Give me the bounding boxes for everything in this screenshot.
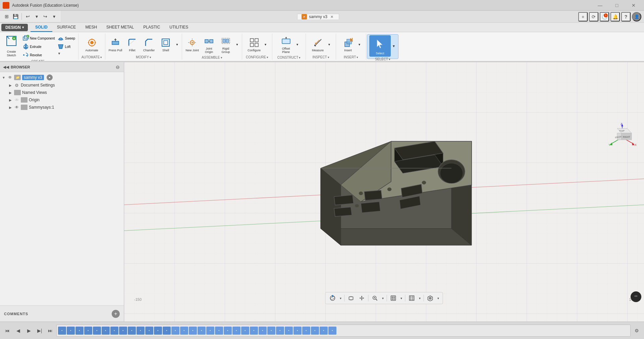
timeline-play-button[interactable]: ▶ xyxy=(24,326,34,335)
sammysays-eye-icon[interactable]: 👁 xyxy=(14,105,19,110)
tab-utilities[interactable]: UTILITIES xyxy=(165,23,193,32)
maximize-button[interactable]: □ xyxy=(609,0,625,11)
timeline-settings-button[interactable]: ⚙ xyxy=(632,326,641,335)
configure-more-button[interactable]: ▼ xyxy=(263,42,268,48)
display-settings-button[interactable] xyxy=(388,293,398,303)
viewport[interactable]: Z X Y TOP FRONT RIGHT xyxy=(124,62,644,322)
tab-solid[interactable]: SOLID xyxy=(31,23,52,32)
timeline-item-7[interactable]: ▪ xyxy=(110,327,118,335)
configure-button[interactable]: Configure xyxy=(246,36,262,53)
root-expand-icon[interactable]: ▼ xyxy=(1,75,6,80)
inspect-more-button[interactable]: ▼ xyxy=(327,42,332,48)
timeline-item-24[interactable]: ▪ xyxy=(259,327,267,335)
origin-expand-icon[interactable]: ▶ xyxy=(8,98,13,102)
timeline-item-8[interactable]: ▪ xyxy=(119,327,127,335)
add-new-button[interactable]: + xyxy=(578,12,588,21)
revolve-button[interactable]: Revolve xyxy=(21,51,56,59)
timeline-item-1[interactable]: ▪ xyxy=(58,327,66,335)
profile-button[interactable]: 👤 xyxy=(632,12,641,21)
timeline-item-15[interactable]: ▪ xyxy=(180,327,188,335)
offset-plane-button[interactable]: Offset Plane xyxy=(278,34,294,55)
timeline-item-9[interactable]: ▪ xyxy=(128,327,136,335)
doc-settings-expand-icon[interactable]: ▶ xyxy=(8,83,13,88)
measure-button[interactable]: Measure xyxy=(310,36,326,53)
browser-minimize-button[interactable]: ⊖ xyxy=(114,64,121,70)
press-pull-button[interactable]: Press Pull xyxy=(107,36,123,53)
joint-origin-button[interactable]: Joint Origin xyxy=(201,34,217,55)
chamfer-button[interactable]: Chamfer xyxy=(141,36,157,53)
timeline-item-13[interactable]: ▪ xyxy=(163,327,171,335)
cloud-sync-button[interactable]: ⟳ xyxy=(589,12,598,21)
create-more-button[interactable]: ▼ xyxy=(56,51,76,56)
timeline-item-6[interactable]: ▪ xyxy=(102,327,110,335)
timeline-item-10[interactable]: ▪ xyxy=(137,327,145,335)
grid-settings-button[interactable] xyxy=(407,293,417,303)
new-component-button[interactable]: + New Component xyxy=(21,34,56,42)
automate-button[interactable]: Automate xyxy=(84,36,100,53)
timeline-item-30[interactable]: ▪ xyxy=(311,327,319,335)
redo-button[interactable]: ↪ xyxy=(41,12,49,20)
sweep-button[interactable]: Sweep xyxy=(56,34,76,42)
zoom-window-button[interactable] xyxy=(370,293,380,303)
extrude-button[interactable]: Extrude xyxy=(21,43,56,51)
zoom-arrow[interactable]: ▾ xyxy=(381,293,385,303)
select-button[interactable]: Select xyxy=(369,35,391,57)
shell-button[interactable]: Shell xyxy=(158,36,174,53)
timeline-item-2[interactable]: ▪ xyxy=(67,327,75,335)
notifications-button[interactable]: 🔔 xyxy=(610,12,620,21)
assemble-more-button[interactable]: ▼ xyxy=(234,42,240,48)
save-button[interactable]: 💾 xyxy=(11,12,19,20)
timeline-item-17[interactable]: ▪ xyxy=(198,327,206,335)
timeline-prev-button[interactable]: ◀ xyxy=(13,326,23,335)
browser-collapse-button[interactable]: ◀◀ xyxy=(3,64,9,70)
timeline-item-25[interactable]: ▪ xyxy=(267,327,275,335)
origin-eye-icon[interactable]: 👁 xyxy=(14,97,19,103)
timeline-item-11[interactable]: ▪ xyxy=(145,327,153,335)
timeline-first-button[interactable]: ⏮ xyxy=(3,326,12,335)
fillet-button[interactable]: Fillet xyxy=(124,36,140,53)
grid-arrow[interactable]: ▾ xyxy=(418,293,422,303)
tab-surface[interactable]: SURFACE xyxy=(52,23,81,32)
timeline-last-button[interactable]: ⏭ xyxy=(46,326,55,335)
browser-root-item[interactable]: ▼ 👁 📁 sammy v3 ● xyxy=(0,73,124,81)
browser-sammysays-item[interactable]: ▶ 👁 Sammysays:1 xyxy=(0,104,124,111)
create-sketch-button[interactable]: + CreateSketch xyxy=(2,34,21,58)
timeline-item-28[interactable]: ▪ xyxy=(293,327,302,335)
insert-more-button[interactable]: ▼ xyxy=(357,42,362,48)
timeline-next-button[interactable]: ▶| xyxy=(35,326,44,335)
select-more-button[interactable]: ▼ xyxy=(391,44,396,49)
nav-cube[interactable]: Z X Y TOP FRONT RIGHT xyxy=(607,122,637,153)
feedback-button[interactable] xyxy=(631,291,641,302)
visual-style-button[interactable] xyxy=(425,293,435,303)
design-button[interactable]: DESIGN ▾ xyxy=(1,24,28,31)
orbit-arrow[interactable]: ▾ xyxy=(338,293,343,303)
timeline-item-21[interactable]: ▪ xyxy=(232,327,240,335)
timeline-item-18[interactable]: ▪ xyxy=(206,327,214,335)
redo-arrow[interactable]: ▾ xyxy=(50,12,58,20)
timeline-item-14[interactable]: ▪ xyxy=(171,327,179,335)
grid-button[interactable]: ⊞ xyxy=(3,12,11,20)
timeline-item-19[interactable]: ▪ xyxy=(215,327,223,335)
timeline-item-16[interactable]: ▪ xyxy=(189,327,197,335)
visual-style-arrow[interactable]: ▾ xyxy=(436,293,441,303)
look-at-button[interactable] xyxy=(346,293,356,303)
timeline-item-26[interactable]: ▪ xyxy=(276,327,284,335)
sammysays-expand-icon[interactable]: ▶ xyxy=(8,105,13,110)
construct-more-button[interactable]: ▼ xyxy=(295,42,300,48)
undo-button[interactable]: ↩ xyxy=(24,12,32,20)
timeline-item-3[interactable]: ▪ xyxy=(75,327,84,335)
browser-doc-settings-item[interactable]: ▶ ⚙ Document Settings xyxy=(0,81,124,89)
undo-arrow[interactable]: ▾ xyxy=(33,12,41,20)
modify-more-button[interactable]: ▼ xyxy=(174,42,180,48)
timeline-item-12[interactable]: ▪ xyxy=(154,327,162,335)
doc-tab-close[interactable]: ✕ xyxy=(329,14,335,19)
browser-origin-item[interactable]: ▶ 👁 Origin xyxy=(0,96,124,104)
timeline-track[interactable]: ▪ ▪ ▪ ▪ ▪ ▪ ▪ ▪ ▪ ▪ ▪ ▪ ▪ ▪ ▪ ▪ ▪ ▪ ▪ ▪ … xyxy=(56,325,631,337)
orbit-button[interactable] xyxy=(328,293,338,303)
browser-named-views-item[interactable]: ▶ Named Views xyxy=(0,89,124,96)
timeline-item-29[interactable]: ▪ xyxy=(302,327,310,335)
loft-button[interactable]: Loft xyxy=(56,43,76,51)
insert-button[interactable]: Insert xyxy=(340,36,356,53)
timeline-item-27[interactable]: ▪ xyxy=(285,327,293,335)
close-button[interactable]: ✕ xyxy=(626,0,641,11)
